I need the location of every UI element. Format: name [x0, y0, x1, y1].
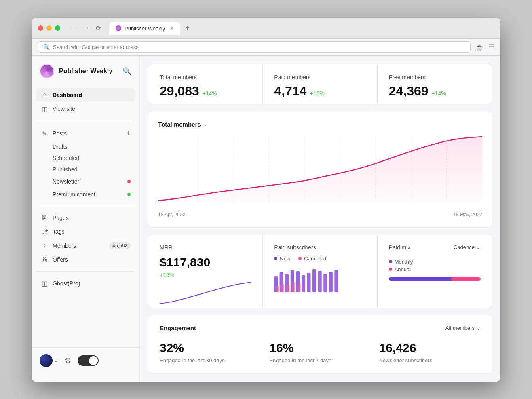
- svg-rect-19: [335, 270, 338, 292]
- members-icon: ♀: [40, 242, 49, 249]
- subscribers-bar-chart: [274, 268, 365, 292]
- chart-dropdown-icon[interactable]: ⌄: [203, 121, 207, 127]
- mrr-label: MRR: [160, 244, 251, 251]
- svg-rect-17: [324, 274, 327, 292]
- all-members-selector[interactable]: All members ⌄: [445, 325, 481, 331]
- sidebar-item-pages[interactable]: ⎘ Pages: [36, 211, 135, 225]
- sidebar-item-dashboard[interactable]: ⌂ Dashboard: [36, 88, 135, 102]
- new-tab-button[interactable]: +: [185, 24, 190, 32]
- chart-area: [158, 136, 482, 209]
- sidebar-item-scheduled[interactable]: Scheduled: [36, 152, 135, 164]
- free-members-change: +14%: [432, 90, 446, 97]
- menu-icon[interactable]: ☰: [488, 43, 494, 51]
- sidebar-item-view-site[interactable]: ◫ View site: [36, 102, 135, 116]
- monthly-dot: [389, 260, 392, 263]
- canceled-legend-item: Canceled: [298, 255, 326, 262]
- engagement-title: Engagement: [160, 325, 196, 331]
- nav-group-ghost: ◫ Ghost(Pro): [36, 277, 135, 291]
- close-button[interactable]: [38, 25, 43, 31]
- view-site-icon: ◫: [40, 105, 49, 113]
- ghost-label: Ghost(Pro): [53, 280, 131, 287]
- sidebar-item-drafts[interactable]: Drafts: [36, 141, 135, 152]
- mrr-card: MRR $117,830 +16%: [148, 234, 263, 308]
- dark-mode-toggle[interactable]: [78, 355, 99, 366]
- sidebar-divider-2: [36, 206, 135, 206]
- app-container: Publisher Weekly 🔍 ⌂ Dashboard ◫ View si…: [32, 56, 500, 382]
- new-dot: [274, 257, 277, 260]
- free-members-label: Free members: [389, 74, 481, 80]
- dashboard-label: Dashboard: [53, 92, 131, 98]
- premium-dot: [127, 193, 131, 196]
- sidebar-item-offers[interactable]: % Offers: [36, 253, 135, 266]
- user-chevron-icon: ⌄: [54, 358, 58, 363]
- mix-bar-container: [389, 277, 481, 281]
- mrr-value: $117,830: [160, 255, 251, 269]
- maximize-button[interactable]: [55, 25, 60, 31]
- forward-button[interactable]: →: [81, 23, 91, 34]
- nav-group-posts: ✎ Posts + Drafts Scheduled Published New: [36, 126, 135, 201]
- address-bar[interactable]: 🔍 Search with Google or enter address: [38, 41, 471, 53]
- sidebar-item-tags[interactable]: ⎇ Tags: [36, 225, 135, 239]
- tab-close-button[interactable]: ✕: [170, 25, 174, 31]
- mix-bar-monthly: [389, 277, 452, 281]
- nav-group-content: ⎘ Pages ⎇ Tags ♀ Members 45,562 % Offe: [36, 211, 135, 266]
- back-button[interactable]: ←: [68, 23, 78, 34]
- engagement-value-7days: 16%: [269, 341, 371, 355]
- new-legend-item: New: [274, 255, 290, 262]
- reload-button[interactable]: ⟳: [94, 23, 103, 34]
- tab-favicon: [116, 25, 121, 31]
- user-avatar: [40, 354, 53, 367]
- sidebar-item-posts[interactable]: ✎ Posts +: [36, 126, 135, 141]
- sidebar-item-ghost[interactable]: ◫ Ghost(Pro): [36, 277, 135, 291]
- paid-members-value: 4,714 +16%: [274, 84, 365, 99]
- offers-icon: %: [40, 256, 49, 263]
- sidebar-footer: ⌄ ⚙: [32, 347, 139, 374]
- members-chart-svg: [158, 136, 482, 209]
- engagement-value-30days: 32%: [160, 341, 261, 355]
- browser-toolbar: 🔍 Search with Google or enter address ☕ …: [32, 39, 500, 56]
- svg-rect-13: [302, 275, 305, 292]
- logo-icon: [40, 64, 54, 78]
- engagement-desc-30days: Engaged in the last 30 days: [160, 357, 261, 363]
- main-content: Total members 29,083 +14% Paid members 4…: [140, 56, 500, 382]
- paid-mix-label: Paid mix: [389, 244, 411, 251]
- shield-icon: ☕: [475, 43, 483, 51]
- paid-members-change: +16%: [310, 90, 324, 97]
- site-name: Publisher Weekly: [59, 68, 112, 75]
- dashboard-icon: ⌂: [40, 91, 49, 99]
- search-button[interactable]: 🔍: [122, 67, 131, 76]
- total-members-card: Total members 29,083 +14%: [148, 64, 263, 104]
- paid-members-card: Paid members 4,714 +16%: [263, 64, 377, 104]
- browser-nav: ← → ⟳: [68, 23, 103, 34]
- browser-titlebar: ← → ⟳ Publisher Weekly ✕ +: [32, 18, 500, 39]
- user-account[interactable]: ⌄: [40, 354, 58, 367]
- members-label: Members: [53, 243, 105, 249]
- active-tab[interactable]: Publisher Weekly ✕: [109, 22, 180, 35]
- monthly-legend-item: Monthly: [389, 259, 481, 265]
- sidebar-logo: Publisher Weekly: [40, 64, 112, 78]
- engagement-stats: 32% Engaged in the last 30 days 16% Enga…: [160, 341, 481, 363]
- nav-group-main: ⌂ Dashboard ◫ View site: [36, 88, 135, 116]
- svg-rect-15: [312, 269, 316, 292]
- cadence-selector[interactable]: Cadence ⌄: [454, 244, 481, 250]
- chart-date-start: 18 Apr, 2022: [158, 212, 185, 217]
- pages-label: Pages: [53, 215, 131, 221]
- metrics-row: MRR $117,830 +16% Paid subscribers: [148, 234, 492, 308]
- newsletter-label: Newsletter: [53, 178, 123, 185]
- chart-dates: 18 Apr, 2022 18 May, 2022: [158, 212, 482, 217]
- sidebar-item-published[interactable]: Published: [36, 164, 135, 175]
- minimize-button[interactable]: [46, 25, 52, 31]
- settings-button[interactable]: ⚙: [65, 356, 71, 365]
- paid-subscribers-label: Paid subscribers: [274, 244, 365, 251]
- toggle-knob: [89, 356, 98, 365]
- members-chart-card: Total members ⌄: [148, 111, 492, 228]
- sidebar-item-premium[interactable]: Premium content: [36, 188, 135, 201]
- sidebar-item-members[interactable]: ♀ Members 45,562: [36, 239, 135, 253]
- posts-add-button[interactable]: +: [126, 129, 131, 138]
- sidebar-item-newsletter[interactable]: Newsletter: [36, 175, 135, 188]
- engagement-header: Engagement All members ⌄: [160, 325, 481, 331]
- total-members-label: Total members: [160, 74, 251, 80]
- traffic-lights: [38, 25, 60, 31]
- mrr-change: +16%: [160, 272, 251, 278]
- ghost-icon: ◫: [40, 280, 49, 287]
